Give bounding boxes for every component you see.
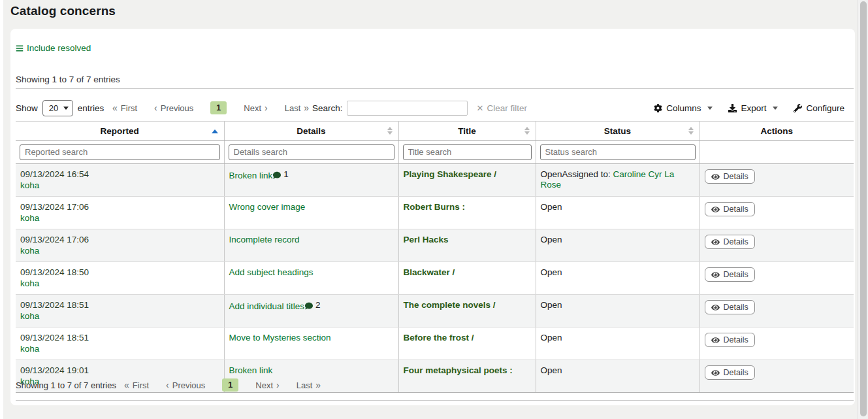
- include-resolved-label: Include resolved: [27, 43, 91, 53]
- wrench-icon: [794, 104, 802, 112]
- chevron-double-right-icon: »: [315, 380, 321, 390]
- details-button[interactable]: Details: [705, 169, 755, 184]
- concern-details-link[interactable]: Add subject headings: [229, 267, 313, 277]
- status-value: Open: [541, 202, 562, 212]
- column-header-actions: Actions: [699, 122, 854, 141]
- chevron-double-right-icon: »: [304, 103, 309, 112]
- concern-details-link[interactable]: Broken link: [229, 171, 273, 180]
- reporter-link[interactable]: koha: [20, 213, 39, 224]
- pagination-previous-label: Previous: [161, 103, 194, 113]
- clear-filter-label: Clear filter: [487, 103, 527, 113]
- column-header-details[interactable]: Details: [224, 122, 398, 141]
- pagination-current-page[interactable]: 1: [210, 101, 227, 114]
- columns-label: Columns: [666, 103, 701, 113]
- record-title-link[interactable]: Perl Hacks: [404, 235, 449, 244]
- pagination-next-label: Next: [255, 380, 273, 390]
- sort-icon: [688, 127, 694, 135]
- chevron-double-left-icon: «: [124, 380, 129, 390]
- table-footer: Showing 1 to 7 of 7 entries « First ‹ Pr…: [16, 373, 854, 397]
- details-filter-input[interactable]: [229, 144, 394, 160]
- chevron-right-icon: ›: [276, 380, 280, 390]
- pagination-previous-button[interactable]: ‹ Previous: [166, 380, 205, 390]
- configure-button[interactable]: Configure: [794, 103, 844, 113]
- pagination-current-page[interactable]: 1: [222, 378, 238, 392]
- table-row: 09/13/2024 18:51koha Move to Mysteries s…: [16, 327, 854, 360]
- pagination-next-label: Next: [244, 103, 261, 113]
- vertical-scrollbar[interactable]: [858, 0, 868, 419]
- table-row: 09/13/2024 16:54koha Broken link1 Playin…: [16, 164, 854, 197]
- status-value: Open: [541, 333, 562, 343]
- eye-icon: [711, 336, 720, 344]
- record-title-link[interactable]: Before the frost /: [404, 333, 474, 343]
- reporter-link[interactable]: koha: [20, 180, 39, 191]
- pagination-first-button[interactable]: « First: [112, 103, 137, 113]
- table-header-row: Reported Details Title Status Actions: [16, 122, 854, 141]
- scrollbar-thumb[interactable]: [860, 1, 867, 416]
- status-value: Open: [541, 235, 562, 244]
- caret-down-icon: [773, 107, 778, 110]
- gear-icon: [654, 104, 662, 112]
- comment-count: 2: [305, 300, 321, 310]
- comment-icon: [305, 302, 313, 310]
- concern-details-link[interactable]: Add individual titles: [229, 301, 305, 311]
- record-title-link[interactable]: The complete novels /: [404, 300, 496, 310]
- record-title-link[interactable]: Blackwater /: [404, 267, 455, 277]
- comment-count: 1: [273, 169, 289, 180]
- reporter-link[interactable]: koha: [20, 246, 39, 256]
- page-size-select[interactable]: 20: [42, 100, 73, 116]
- x-icon: ✕: [477, 103, 484, 113]
- eye-icon: [711, 271, 720, 279]
- divider: [16, 88, 854, 89]
- reported-date: 09/13/2024 16:54: [20, 169, 219, 180]
- export-button[interactable]: Export: [728, 103, 778, 113]
- record-title-link[interactable]: Playing Shakespeare /: [404, 169, 497, 179]
- column-header-status[interactable]: Status: [536, 122, 699, 141]
- column-filter-row: [16, 141, 854, 164]
- concern-details-link[interactable]: Move to Mysteries section: [229, 333, 331, 343]
- search-label: Search:: [312, 103, 343, 113]
- pagination-next-button[interactable]: Next ›: [244, 103, 267, 113]
- include-resolved-link[interactable]: Include resolved: [16, 43, 91, 53]
- configure-label: Configure: [806, 103, 844, 113]
- table-row: 09/13/2024 17:06koha Incomplete record P…: [16, 229, 854, 262]
- details-button[interactable]: Details: [705, 202, 755, 216]
- column-header-title[interactable]: Title: [398, 122, 536, 141]
- reporter-link[interactable]: koha: [20, 344, 39, 354]
- pagination-last-button[interactable]: Last »: [297, 380, 321, 390]
- chevron-left-icon: ‹: [154, 103, 157, 112]
- reporter-link[interactable]: koha: [20, 311, 39, 322]
- table-row: 09/13/2024 18:50koha Add subject heading…: [16, 262, 854, 295]
- column-header-reported[interactable]: Reported: [16, 122, 224, 141]
- reported-date: 09/13/2024 17:06: [20, 202, 219, 212]
- pagination-next-button[interactable]: Next ›: [255, 380, 279, 390]
- comment-icon: [273, 171, 281, 179]
- status-filter-input[interactable]: [540, 144, 696, 160]
- reported-date: 09/13/2024 17:06: [20, 235, 219, 245]
- pagination-last-button[interactable]: Last »: [285, 103, 309, 113]
- reported-filter-input[interactable]: [20, 144, 220, 160]
- menu-icon: [16, 44, 24, 52]
- pagination-top: « First ‹ Previous 1 Next › Last »: [112, 99, 309, 116]
- download-icon: [728, 104, 737, 112]
- table-row: 09/13/2024 17:06koha Wrong cover image R…: [16, 197, 854, 229]
- concern-details-link[interactable]: Wrong cover image: [229, 202, 306, 212]
- table-tools: Columns Export Configure: [654, 99, 844, 116]
- clear-filter-button[interactable]: ✕ Clear filter: [477, 103, 527, 113]
- status-value: Open: [541, 169, 562, 179]
- status-value: Open: [541, 267, 562, 277]
- pagination-first-button[interactable]: « First: [124, 380, 149, 390]
- table-search-input[interactable]: [347, 101, 468, 116]
- pagination-previous-button[interactable]: ‹ Previous: [154, 103, 193, 113]
- assigned-to-label: Assigned to:: [562, 169, 613, 179]
- concern-details-link[interactable]: Incomplete record: [229, 235, 300, 244]
- details-button[interactable]: Details: [705, 235, 755, 249]
- status-value: Open: [541, 300, 562, 310]
- details-button[interactable]: Details: [705, 333, 755, 347]
- title-filter-input[interactable]: [403, 144, 532, 160]
- reporter-link[interactable]: koha: [20, 278, 39, 289]
- details-button[interactable]: Details: [705, 300, 755, 314]
- details-button[interactable]: Details: [705, 267, 755, 282]
- columns-button[interactable]: Columns: [654, 103, 713, 113]
- record-title-link[interactable]: Robert Burns :: [404, 202, 466, 212]
- eye-icon: [711, 238, 720, 246]
